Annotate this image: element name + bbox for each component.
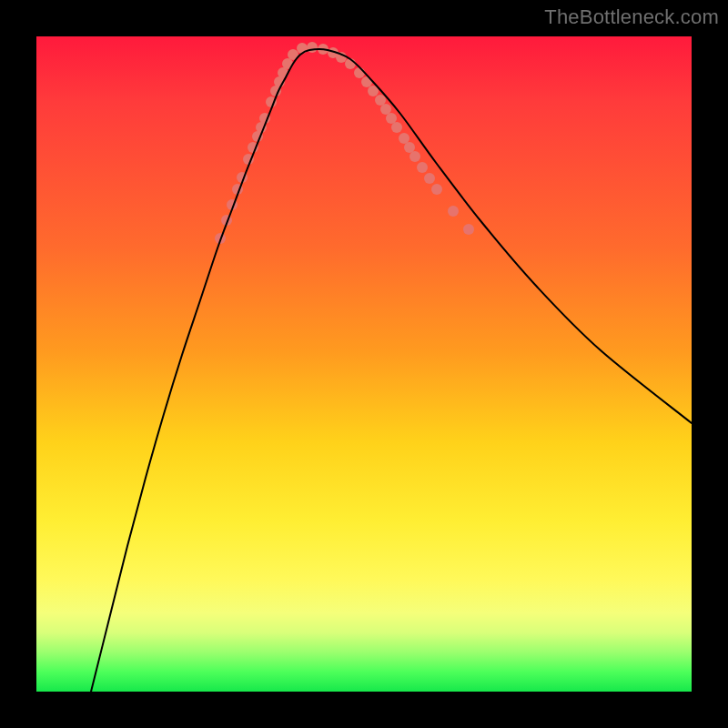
chart-stage: TheBottleneck.com (0, 0, 728, 728)
data-dot (448, 206, 459, 217)
data-dot (375, 95, 386, 106)
watermark-text: TheBottleneck.com (544, 5, 719, 29)
data-dot (417, 162, 428, 173)
data-dot (410, 151, 420, 162)
data-dot (424, 173, 435, 184)
data-dot (386, 113, 397, 124)
data-dot (391, 122, 402, 133)
data-dot (380, 104, 391, 115)
data-dot (404, 142, 415, 153)
plot-svg (36, 36, 692, 692)
data-dot (399, 133, 410, 144)
data-dot (463, 224, 474, 235)
data-dot (431, 184, 442, 195)
bottleneck-curve (91, 49, 692, 692)
data-dot (354, 67, 365, 78)
plot-area (36, 36, 692, 692)
dots-layer (215, 42, 474, 244)
